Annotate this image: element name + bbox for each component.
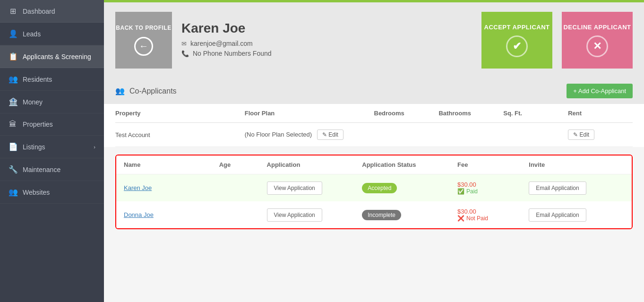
sidebar-item-label: Money <box>23 98 43 106</box>
prop-row-rent: ✎ Edit <box>568 129 633 140</box>
fee-status-donna: ❌ Not Paid <box>457 215 529 222</box>
view-application-karen: View Application <box>267 181 362 195</box>
sidebar-item-label: Properties <box>23 121 53 128</box>
status-badge-accepted: Accepted <box>362 183 397 193</box>
add-co-button-label: + Add Co-Applicant <box>573 87 626 95</box>
applicant-name: Karen Joe <box>181 21 472 36</box>
app-col-invite: Invite <box>529 161 624 168</box>
fee-amount-karen: $30.00 <box>457 181 529 188</box>
listings-icon: 📄 <box>9 142 17 151</box>
status-donna: Incomplete <box>362 210 457 220</box>
co-applicants-icon: 👥 <box>115 86 125 95</box>
app-col-fee: Fee <box>457 161 529 168</box>
phone-icon: 📞 <box>181 50 189 57</box>
sidebar-item-label: Listings <box>23 143 45 151</box>
sidebar-item-leads[interactable]: 👤 Leads <box>0 23 104 45</box>
sidebar-item-properties[interactable]: 🏛 Properties <box>0 113 104 136</box>
email-icon: ✉ <box>181 40 187 47</box>
status-badge-incomplete: Incomplete <box>362 210 401 220</box>
prop-col-sqft: Sq. Ft. <box>503 110 568 117</box>
fee-karen: $30.00 ✅ Paid <box>457 181 529 195</box>
co-applicants-header: 👥 Co-Applicants + Add Co-Applicant <box>104 78 644 104</box>
x-icon: ✕ <box>586 35 608 57</box>
applicant-phone: No Phone Numbers Found <box>193 50 272 57</box>
property-table-header: Property Floor Plan Bedrooms Bathrooms S… <box>115 104 633 123</box>
prop-col-property: Property <box>115 110 245 117</box>
leads-icon: 👤 <box>9 29 17 38</box>
sidebar-item-applicants[interactable]: 📋 Applicants & Screening <box>0 45 104 68</box>
back-to-profile-button[interactable]: BACK TO PROFILE ← <box>115 12 172 69</box>
applicant-name-donna[interactable]: Donna Joe <box>124 211 219 218</box>
invite-karen: Email Application <box>529 181 624 195</box>
header-section: BACK TO PROFILE ← Karen Joe ✉ karenjoe@g… <box>104 2 644 78</box>
applicant-email: karenjoe@gmail.com <box>190 40 253 47</box>
app-col-age: Age <box>219 161 267 168</box>
prop-col-rent: Rent <box>568 110 633 117</box>
edit-rent-button[interactable]: ✎ Edit <box>568 129 594 140</box>
residents-icon: 👥 <box>9 75 17 84</box>
applicants-icon: 📋 <box>9 52 17 61</box>
co-applicants-label: Co-Applicants <box>129 87 177 95</box>
fee-donna: $30.00 ❌ Not Paid <box>457 208 529 222</box>
sidebar-item-websites[interactable]: 👥 Websites <box>0 181 104 204</box>
sidebar-item-residents[interactable]: 👥 Residents <box>0 68 104 91</box>
back-arrow-icon: ← <box>134 37 153 56</box>
maintenance-icon: 🔧 <box>9 165 17 174</box>
view-application-button-donna[interactable]: View Application <box>267 208 322 222</box>
prop-col-bedrooms: Bedrooms <box>374 110 439 117</box>
email-application-button-karen[interactable]: Email Application <box>529 181 586 195</box>
view-application-button-karen[interactable]: View Application <box>267 181 322 195</box>
applicant-info: Karen Joe ✉ karenjoe@gmail.com 📞 No Phon… <box>181 21 472 60</box>
sidebar-item-dashboard[interactable]: ⊞ Dashboard <box>0 0 104 23</box>
back-button-label: BACK TO PROFILE <box>116 25 171 32</box>
applicant-name-karen[interactable]: Karen Joe <box>124 184 219 191</box>
sidebar-item-label: Maintenance <box>23 166 60 173</box>
email-application-button-donna[interactable]: Email Application <box>529 208 586 222</box>
prop-col-floorplan: Floor Plan <box>245 110 374 117</box>
edit-floor-plan-button[interactable]: ✎ Edit <box>317 129 343 140</box>
applicants-section: Name Age Application Application Status … <box>115 155 633 229</box>
sidebar-item-money[interactable]: 🏦 Money <box>0 91 104 113</box>
prop-row-property: Test Account <box>115 131 245 138</box>
sidebar-item-label: Residents <box>23 76 52 83</box>
app-col-application: Application <box>267 161 362 168</box>
sidebar-item-maintenance[interactable]: 🔧 Maintenance <box>0 158 104 181</box>
co-applicants-title: 👥 Co-Applicants <box>115 86 177 95</box>
sidebar-item-label: Applicants & Screening <box>23 53 91 60</box>
applicant-phone-detail: 📞 No Phone Numbers Found <box>181 50 472 57</box>
websites-icon: 👥 <box>9 188 17 197</box>
applicant-email-detail: ✉ karenjoe@gmail.com <box>181 40 472 47</box>
sidebar-item-listings[interactable]: 📄 Listings › <box>0 136 104 158</box>
dashboard-icon: ⊞ <box>9 7 17 16</box>
app-col-status: Application Status <box>362 161 457 168</box>
sidebar-item-label: Dashboard <box>23 8 55 15</box>
decline-button-label: DECLINE APPLICANT <box>563 24 631 31</box>
fee-amount-donna: $30.00 <box>457 208 529 215</box>
check-circle-icon: ✅ <box>457 188 464 195</box>
properties-icon: 🏛 <box>9 120 17 129</box>
chevron-right-icon: › <box>94 144 95 150</box>
main-content: BACK TO PROFILE ← Karen Joe ✉ karenjoe@g… <box>104 0 644 302</box>
property-table-row: Test Account (No Floor Plan Selected) ✎ … <box>115 123 633 147</box>
accept-applicant-button[interactable]: ACCEPT APPLICANT ✔ <box>481 12 552 69</box>
applicant-row-donna: Donna Joe View Application Incomplete $3… <box>116 201 632 228</box>
app-col-name: Name <box>124 161 219 168</box>
sidebar: ⊞ Dashboard 👤 Leads 📋 Applicants & Scree… <box>0 0 104 302</box>
prop-row-floorplan: (No Floor Plan Selected) ✎ Edit <box>245 129 374 140</box>
prop-col-bathrooms: Bathrooms <box>438 110 503 117</box>
sidebar-item-label: Leads <box>23 30 41 38</box>
fee-status-karen: ✅ Paid <box>457 188 529 195</box>
x-circle-icon: ❌ <box>457 215 464 222</box>
sidebar-item-label: Websites <box>23 189 50 196</box>
money-icon: 🏦 <box>9 97 17 106</box>
decline-applicant-button[interactable]: DECLINE APPLICANT ✕ <box>562 12 633 69</box>
view-application-donna: View Application <box>267 208 362 222</box>
applicant-row-karen: Karen Joe View Application Accepted $30.… <box>116 174 632 201</box>
property-table: Property Floor Plan Bedrooms Bathrooms S… <box>104 104 644 147</box>
accept-button-label: ACCEPT APPLICANT <box>484 24 550 31</box>
checkmark-icon: ✔ <box>506 35 528 57</box>
applicants-table-header: Name Age Application Application Status … <box>116 155 632 174</box>
add-co-applicant-button[interactable]: + Add Co-Applicant <box>567 84 633 98</box>
status-karen: Accepted <box>362 183 457 193</box>
invite-donna: Email Application <box>529 208 624 222</box>
